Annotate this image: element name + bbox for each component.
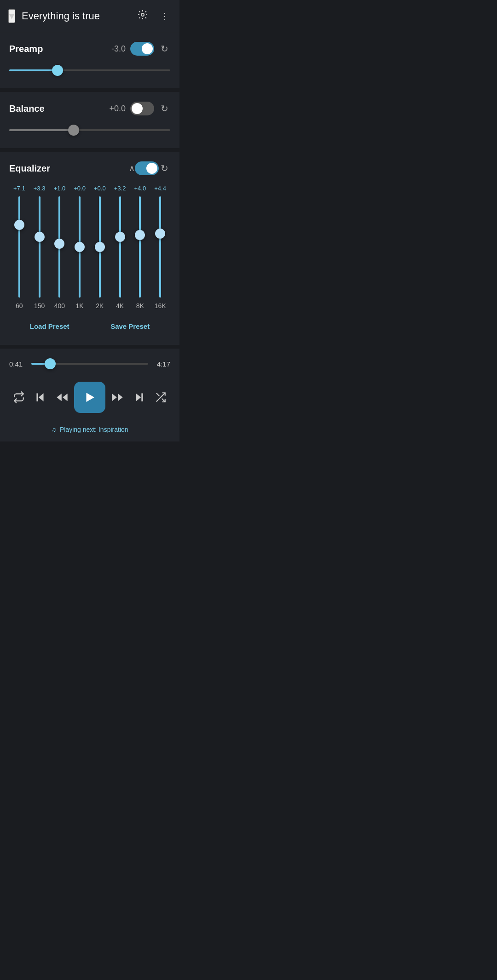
progress-slider[interactable] (31, 357, 148, 371)
current-time: 0:41 (9, 360, 26, 368)
eq-band-2K: +0.02K (90, 185, 110, 309)
svg-marker-15 (112, 394, 117, 401)
eq-band-freq-label-150: 150 (34, 302, 45, 309)
eq-bands-container: +7.160+3.3150+1.0400+0.01K+0.02K+3.24K+4… (9, 185, 170, 309)
svg-marker-14 (118, 394, 123, 401)
balance-toggle[interactable] (130, 102, 154, 115)
balance-slider[interactable] (9, 123, 170, 137)
playing-next-bar: ♫ Playing next: Inspiration (9, 421, 170, 437)
svg-marker-9 (39, 393, 44, 401)
eq-band-value-400: +1.0 (54, 185, 66, 192)
header: ▾ Everything is true ⋮ (0, 0, 179, 32)
eq-band-1K: +0.01K (69, 185, 90, 309)
next-track-button[interactable] (130, 388, 149, 407)
balance-value: +0.0 (103, 104, 126, 114)
eq-band-freq-label-1K: 1K (76, 302, 84, 309)
svg-line-6 (145, 17, 146, 18)
eq-band-400: +1.0400 (50, 185, 70, 309)
eq-band-slider-150[interactable] (34, 196, 45, 298)
eq-band-slider-4K[interactable] (115, 196, 126, 298)
svg-line-5 (139, 11, 140, 12)
svg-rect-10 (37, 393, 38, 401)
eq-band-slider-2K[interactable] (94, 196, 105, 298)
eq-band-value-8K: +4.0 (134, 185, 146, 192)
eq-band-freq-label-60: 60 (16, 302, 23, 309)
preamp-label: Preamp (9, 44, 98, 54)
save-preset-button[interactable]: Save Preset (101, 319, 159, 334)
playing-next-label: Playing next: Inspiration (60, 426, 128, 433)
repeat-button[interactable] (9, 388, 29, 407)
equalizer-section: Equalizer ∧ ↻ +7.160+3.3150+1.0400+0.01K… (0, 152, 179, 345)
playback-section: 0:41 4:17 (0, 349, 179, 441)
more-options-icon[interactable]: ⋮ (158, 9, 171, 23)
eq-band-4K: +3.24K (110, 185, 130, 309)
equalizer-label: Equalizer (9, 163, 125, 174)
total-time: 4:17 (154, 360, 170, 368)
eq-band-value-60: +7.1 (13, 185, 25, 192)
eq-band-freq-label-4K: 4K (116, 302, 124, 309)
eq-band-freq-label-8K: 8K (136, 302, 144, 309)
eq-band-slider-1K[interactable] (74, 196, 85, 298)
eq-band-16K: +4.416K (150, 185, 170, 309)
preamp-value: -3.0 (103, 44, 126, 54)
previous-track-button[interactable] (30, 388, 50, 407)
eq-band-8K: +4.08K (130, 185, 150, 309)
svg-marker-16 (136, 393, 141, 401)
preamp-slider[interactable] (9, 63, 170, 77)
eq-band-value-150: +3.3 (34, 185, 46, 192)
load-preset-button[interactable]: Load Preset (21, 319, 79, 334)
balance-reset-button[interactable]: ↻ (159, 101, 170, 116)
settings-icon[interactable] (135, 7, 150, 24)
time-row: 0:41 4:17 (9, 357, 170, 371)
svg-line-20 (156, 393, 159, 395)
eq-band-freq-label-2K: 2K (96, 302, 104, 309)
eq-band-value-16K: +4.4 (154, 185, 166, 192)
equalizer-reset-button[interactable]: ↻ (159, 161, 170, 176)
svg-rect-17 (141, 393, 143, 401)
eq-band-value-1K: +0.0 (74, 185, 86, 192)
svg-marker-12 (63, 394, 68, 401)
balance-section: Balance +0.0 ↻ (0, 92, 179, 148)
svg-line-8 (145, 11, 146, 12)
playback-controls (9, 382, 170, 413)
svg-marker-11 (57, 394, 61, 401)
balance-label: Balance (9, 103, 98, 114)
svg-line-7 (139, 17, 140, 18)
eq-band-150: +3.3150 (29, 185, 50, 309)
rewind-button[interactable] (52, 387, 72, 407)
equalizer-collapse-icon: ∧ (129, 163, 135, 173)
header-actions: ⋮ (135, 7, 171, 24)
chevron-down-button[interactable]: ▾ (8, 9, 15, 23)
eq-band-slider-16K[interactable] (155, 196, 166, 298)
fast-forward-button[interactable] (107, 387, 127, 407)
eq-band-freq-label-400: 400 (54, 302, 65, 309)
eq-band-slider-8K[interactable] (134, 196, 145, 298)
playing-next-icon: ♫ (51, 426, 56, 433)
eq-preset-row: Load Preset Save Preset (9, 319, 170, 334)
shuffle-button[interactable] (151, 388, 170, 407)
eq-band-value-2K: +0.0 (94, 185, 106, 192)
play-button[interactable] (74, 382, 105, 413)
eq-band-60: +7.160 (9, 185, 29, 309)
preamp-toggle[interactable] (130, 42, 154, 56)
preamp-reset-button[interactable]: ↻ (159, 41, 170, 56)
equalizer-toggle[interactable] (135, 161, 159, 175)
page-title: Everything is true (22, 10, 129, 22)
preamp-section: Preamp -3.0 ↻ (0, 32, 179, 88)
svg-marker-13 (86, 393, 94, 402)
eq-band-freq-label-16K: 16K (155, 302, 166, 309)
eq-band-value-4K: +3.2 (114, 185, 126, 192)
eq-band-slider-400[interactable] (54, 196, 65, 298)
eq-band-slider-60[interactable] (14, 196, 25, 298)
svg-point-0 (141, 13, 144, 16)
